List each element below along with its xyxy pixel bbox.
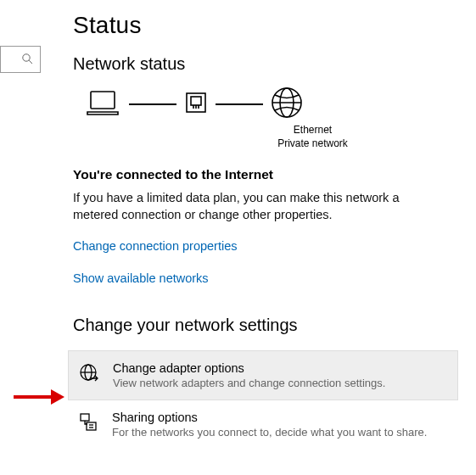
connector-line bbox=[129, 103, 176, 105]
svg-rect-14 bbox=[81, 414, 89, 421]
change-adapter-title: Change adapter options bbox=[113, 361, 385, 375]
link-show-available-networks[interactable]: Show available networks bbox=[73, 271, 209, 285]
globe-icon bbox=[270, 86, 304, 122]
connected-body: If you have a limited data plan, you can… bbox=[73, 189, 429, 224]
network-status-heading: Network status bbox=[73, 54, 459, 74]
search-box[interactable] bbox=[0, 46, 41, 73]
svg-rect-15 bbox=[87, 422, 96, 430]
svg-rect-4 bbox=[191, 97, 201, 105]
connected-heading: You're connected to the Internet bbox=[73, 167, 459, 182]
network-diagram bbox=[83, 86, 459, 122]
diagram-device-label: Ethernet bbox=[166, 124, 459, 137]
link-change-connection-properties[interactable]: Change connection properties bbox=[73, 239, 237, 253]
search-icon bbox=[21, 53, 33, 67]
change-adapter-desc: View network adapters and change connect… bbox=[113, 377, 385, 389]
connector-line bbox=[216, 103, 263, 105]
globe-arrow-icon bbox=[79, 363, 101, 386]
annotation-arrow bbox=[12, 386, 64, 411]
diagram-network-type: Private network bbox=[166, 137, 459, 151]
page-title: Status bbox=[73, 12, 459, 39]
change-adapter-options-row[interactable]: Change adapter options View network adap… bbox=[68, 350, 458, 400]
sharing-options-title: Sharing options bbox=[112, 411, 427, 424]
sharing-options-row[interactable]: Sharing options For the networks you con… bbox=[68, 400, 458, 450]
svg-rect-2 bbox=[91, 92, 115, 109]
laptop-icon bbox=[83, 87, 122, 120]
sharing-options-desc: For the networks you connect to, decide … bbox=[112, 426, 427, 439]
change-network-settings-heading: Change your network settings bbox=[73, 316, 459, 335]
ethernet-adapter-icon bbox=[183, 90, 209, 118]
svg-line-1 bbox=[29, 60, 32, 64]
sharing-icon bbox=[78, 412, 100, 435]
svg-point-0 bbox=[23, 53, 30, 60]
svg-marker-19 bbox=[51, 389, 64, 405]
